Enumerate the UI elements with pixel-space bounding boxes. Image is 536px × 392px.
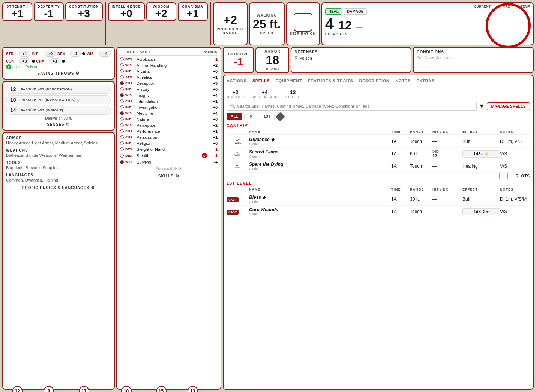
spell-row-spare-the-dying: ATWILLSpare the DyingCleric1ATouch—Heali… — [227, 160, 530, 173]
skill-item-insight: WISInsight+4 — [119, 92, 218, 98]
skill-prof-dot — [120, 123, 124, 127]
skill-item-deception: CHADeception+3 — [119, 80, 218, 86]
poison-icon: R — [294, 56, 298, 61]
defense-poison: R Poison — [294, 56, 408, 61]
filter--0-[interactable]: -0- — [244, 113, 257, 120]
tab-description[interactable]: DESCRIPTION — [359, 78, 389, 84]
spell-range: Touch — [410, 139, 432, 144]
spell-name: Bless ◆ — [249, 195, 391, 200]
save-con-label: CON — [6, 59, 17, 63]
col-header-effect: EFFECT — [462, 130, 500, 134]
spell-effect: 1d8+⚡ — [462, 150, 500, 158]
dex-dot — [82, 52, 85, 55]
skills-box: MOD SKILL BONUS DEXAcrobatics-1WISAnimal… — [116, 47, 221, 390]
top-bar: STRENGTH +1 12 DEXTERITY -1 8 CONSTITUTI… — [2, 2, 534, 45]
skill-prof-dot — [120, 81, 124, 85]
skill-prof-dot — [120, 147, 124, 151]
ability-dexterity: DEXTERITY -1 8 — [34, 2, 64, 40]
slot-1[interactable] — [499, 173, 506, 179]
skill-prof-dot — [120, 75, 124, 79]
skill-prof-dot — [120, 93, 124, 97]
skill-prof-dot — [120, 154, 124, 158]
senses-gear[interactable]: ⚙ — [66, 122, 70, 127]
spell-modifier: +2 MODIFIER — [227, 89, 244, 99]
add-conditions[interactable]: Add Active Conditions — [417, 56, 530, 60]
skill-bonus-value: +4 — [209, 160, 218, 164]
filter-icon[interactable]: ▼ — [479, 103, 485, 110]
skill-bonus-value: -1 — [209, 57, 218, 62]
skill-stat-label: WIS — [125, 63, 135, 67]
defenses-title: DEFENSES — [294, 50, 408, 54]
skills-panel: MOD SKILL BONUS DEXAcrobatics-1WISAnimal… — [116, 47, 221, 390]
search-icon: 🔍 — [230, 104, 236, 109]
spell-time: 1A — [391, 197, 410, 202]
charisma-mod: +1 — [187, 8, 199, 19]
tab-equipment[interactable]: EQUIPMENT — [276, 78, 302, 84]
save-dc-label: SAVE DC — [285, 95, 301, 99]
tab-notes[interactable]: NOTES — [395, 78, 410, 84]
skill-name-label: Nature — [137, 117, 207, 122]
manage-spells-button[interactable]: MANAGE SPELLS — [487, 102, 530, 110]
saving-throws-gear[interactable]: ⚙ — [75, 71, 80, 76]
spell-row-sacred-flame: ATWILLSacred FlameCleric1A60 ft.DEX121d8… — [227, 148, 530, 160]
save-dex-value: -1 — [70, 51, 81, 57]
skill-prof-dot — [120, 57, 124, 61]
ability-wisdom: WISDOM +2 15 — [146, 2, 176, 40]
tab-spells[interactable]: SPELLS — [252, 78, 270, 84]
spell-source: Cleric — [249, 167, 391, 171]
strength-mod: +1 — [11, 8, 23, 19]
skill-bonus-value: +0 — [209, 105, 218, 110]
armor-bottom-label: CLASS — [266, 67, 279, 71]
tab-features-&-traits[interactable]: FEATURES & TRAITS — [308, 78, 353, 84]
skill-bonus-value: +4 — [209, 93, 218, 98]
hp-label: HIT POINTS — [325, 32, 530, 36]
filter-1st[interactable]: 1ST — [260, 113, 275, 120]
tab-actions[interactable]: ACTIONS — [227, 78, 246, 84]
slot-2[interactable] — [507, 173, 514, 179]
proficiencies-gear[interactable]: ⚙ — [91, 185, 95, 190]
spell-effect: Healing — [462, 164, 500, 169]
spell-time: 1A — [391, 164, 410, 169]
conditions-box: CONDITIONS Add Active Conditions — [413, 47, 534, 73]
spell-section-header: CANTRIP — [227, 123, 530, 128]
col-header- — [227, 130, 249, 134]
skill-item-religion: INTReligion+0 — [119, 140, 218, 146]
languages-text: Common, Dwarvish, Halfling — [6, 178, 111, 182]
skills-gear[interactable]: ⚙ — [175, 174, 179, 179]
damage-button[interactable]: DAMAGE — [344, 8, 367, 15]
dexterity-mod: -1 — [44, 8, 54, 19]
hp-current-label: CURRENT — [474, 5, 491, 8]
skill-name-label: Insight — [137, 93, 207, 98]
search-input[interactable] — [237, 104, 473, 108]
spell-hit-dc: — — [432, 139, 462, 144]
armor-text: Heavy Armor, Light Armor, Medium Armor, … — [6, 141, 111, 145]
skill-bonus-value: +0 — [209, 141, 218, 146]
passive-insight-num: 14 — [10, 107, 18, 113]
cast-badge[interactable]: CAST — [227, 210, 239, 215]
heal-button[interactable]: HEAL — [325, 8, 342, 15]
spell-tabs: ACTIONSSPELLSEQUIPMENTFEATURES & TRAITSD… — [227, 78, 530, 86]
skill-item-history: INTHistory+0 — [119, 86, 218, 92]
skill-prof-dot — [120, 160, 124, 164]
skill-name-label: Medicine — [137, 111, 207, 116]
skill-stat-label: INT — [125, 117, 135, 121]
tab-extras[interactable]: EXTRAS — [417, 78, 435, 84]
spell-notes: V/S — [500, 151, 530, 156]
skill-bonus-value: +2 — [209, 63, 218, 68]
hp-headers: CURRENT MAX TEMP — [325, 5, 530, 8]
skill-item-animal-handling: WISAnimal Handling+2 — [119, 62, 218, 68]
skill-name-label: Stealth — [137, 153, 200, 158]
cast-badge[interactable]: CAST — [227, 197, 239, 202]
skill-bonus-value: +1 — [209, 99, 218, 104]
save-dc-value: 12 — [290, 89, 296, 95]
additional-skills[interactable]: Additional Skills — [119, 165, 218, 172]
skill-prof-dot — [120, 117, 124, 121]
bonus-col-header: BONUS — [203, 50, 218, 54]
proficiencies-title: PROFICIENCIES & LANGUAGES ⚙ — [6, 185, 111, 190]
filter-all[interactable]: ALL — [227, 113, 242, 120]
save-wis: WIS +4 — [87, 51, 111, 57]
diamond-filter[interactable] — [275, 112, 285, 121]
spell-modifier-value: +2 — [233, 89, 239, 95]
skill-name-label: History — [137, 87, 207, 92]
spell-attack: +4 SPELL ATTACK — [252, 89, 278, 99]
